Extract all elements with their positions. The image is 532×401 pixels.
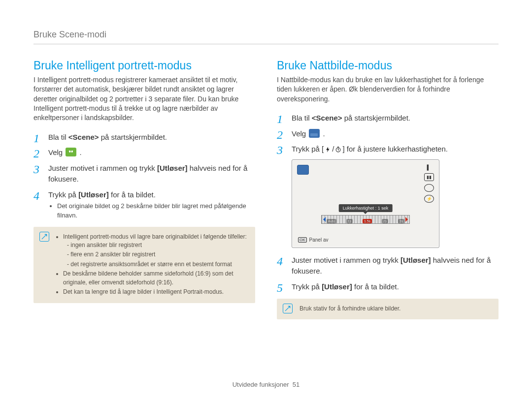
battery-icon: ▮▮ <box>424 173 434 181</box>
text: ] for å justere lukkerhastigheten. <box>342 145 447 153</box>
breadcrumb: Bruke Scene-modi <box>33 30 499 44</box>
left-intro: I Intelligent portrett-modus registrerer… <box>33 75 255 123</box>
text: Bla til <box>292 114 312 122</box>
text: på startskjermbildet. <box>99 133 167 141</box>
right-intro: I Nattbilde-modus kan du bruke en lav lu… <box>277 75 499 104</box>
note-item: Det kan ta lengre tid å lagre bilder i I… <box>63 288 248 296</box>
right-step-2: Velg . <box>277 128 499 139</box>
note-dash: det registrerte ansiktsområdet er større… <box>67 260 248 269</box>
footer-page: 51 <box>293 381 299 388</box>
page-footer: Utvidede funksjoner 51 <box>0 381 532 388</box>
note-item: Intelligent portrett-modus vil lagre bar… <box>63 233 248 269</box>
left-title: Bruke Intelligent portrett-modus <box>33 59 255 72</box>
note-text: Bruk stativ for å forhindre uklare bilde… <box>299 305 400 312</box>
panel-off-label: Panel av <box>309 237 329 243</box>
portrait-mode-icon <box>66 148 76 156</box>
note-dash: ingen ansikter blir registrert <box>67 241 248 249</box>
left-note: Intelligent portrett-modus vil lagre bar… <box>33 227 255 304</box>
lcd-scale: Auto 1s 1.5s 2s 3s <box>321 215 410 224</box>
timer-icon <box>335 146 341 153</box>
right-step-1: Bla til <Scene> på startskjermbildet. <box>277 113 499 123</box>
scale-tick: Auto <box>327 219 336 223</box>
text: Juster motivet i rammen og trykk <box>292 256 400 264</box>
right-step-4: Juster motivet i rammen og trykk [Utløse… <box>277 255 499 277</box>
text: Trykk på <box>292 282 322 291</box>
lcd-indicator: ▍ <box>427 165 431 170</box>
lcd-preview: ▍ ▮▮ ⚡ Lukkerhastighet : 1 sek Auto 1s 1… <box>292 159 439 248</box>
left-step-2: Velg . <box>33 147 255 158</box>
text: for å ta bildet. <box>352 282 399 291</box>
text: Velg <box>292 129 308 138</box>
note-item: De beskårne bildene beholder samme sidef… <box>63 270 248 287</box>
night-mode-icon <box>309 129 320 138</box>
text: Trykk på <box>48 190 78 199</box>
text: Trykk på [ <box>292 145 324 153</box>
scene-tag: <Scene> <box>68 133 99 141</box>
lcd-icon <box>424 184 434 192</box>
right-step-3: Trykk på [/] for å justere lukkerhastigh… <box>277 144 499 154</box>
shutter-key: [Utløser] <box>157 164 188 172</box>
scale-tick: 2s <box>382 219 388 223</box>
arrow-left-icon <box>321 217 326 222</box>
text: Bla til <box>48 133 68 141</box>
left-step-4-sub: Det originale bildet og 2 beskårne bilde… <box>57 202 255 219</box>
scale-tick: 1s <box>346 219 353 223</box>
left-column: Bruke Intelligent portrett-modus I Intel… <box>33 59 255 319</box>
ok-icon: OK <box>298 237 307 243</box>
right-step-5: Trykk på [Utløser] for å ta bildet. <box>277 281 499 292</box>
note-icon <box>283 304 293 313</box>
note-icon <box>39 232 49 242</box>
lcd-tooltip: Lukkerhastighet : 1 sek <box>339 204 393 212</box>
right-title: Bruke Nattbilde-modus <box>277 59 499 72</box>
scale-tick-selected: 1.5s <box>363 219 372 223</box>
text: for å ta bildet. <box>109 190 156 199</box>
footer-section: Utvidede funksjoner <box>233 381 289 388</box>
shutter-key: [Utløser] <box>400 256 431 264</box>
flash-off-icon: ⚡ <box>424 195 434 203</box>
right-column: Bruke Nattbilde-modus I Nattbilde-modus … <box>277 59 499 319</box>
scale-tick: 3s <box>398 219 404 223</box>
left-step-1: Bla til <Scene> på startskjermbildet. <box>33 132 255 143</box>
left-step-3: Juster motivet i rammen og trykk [Utløse… <box>33 163 255 185</box>
arrow-right-icon <box>405 217 410 222</box>
shutter-key: [Utløser] <box>322 282 352 291</box>
scene-tag: <Scene> <box>312 114 342 122</box>
flash-icon <box>325 146 331 153</box>
text: på startskjermbildet. <box>342 114 410 122</box>
text: Intelligent portrett-modus vil lagre bar… <box>63 233 247 240</box>
shutter-key: [Utløser] <box>78 190 109 199</box>
note-dash: flere enn 2 ansikter blir registrert <box>67 250 248 259</box>
left-step-4: Trykk på [Utløser] for å ta bildet. Det … <box>33 189 255 220</box>
lcd-panel-off: OK Panel av <box>298 237 328 243</box>
text: Velg <box>48 148 65 156</box>
text: Juster motivet i rammen og trykk <box>48 164 157 172</box>
right-note: Bruk stativ for å forhindre uklare bilde… <box>277 299 499 319</box>
lcd-mode-icon <box>297 165 309 175</box>
